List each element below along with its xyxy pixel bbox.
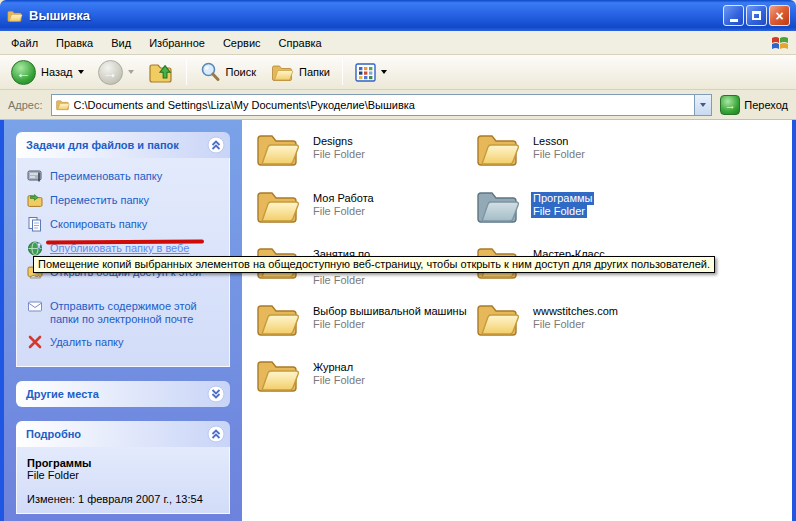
tooltip-text: Помещение копий выбранных элементов на о… <box>38 258 710 270</box>
forward-icon: → <box>98 60 123 85</box>
folder-item-wwwstitches[interactable]: wwwstitches.com File Folder <box>473 298 693 355</box>
title-bar: Вышивка × <box>0 0 796 31</box>
folder-type: File Folder <box>531 148 587 161</box>
other-places-header[interactable]: Другие места <box>16 381 230 407</box>
folders-label: Папки <box>299 66 330 78</box>
address-path: C:\Documents and Settings\Liza\My Docume… <box>74 99 695 111</box>
window-folder-icon <box>6 8 23 23</box>
folder-item-vybor-mashiny[interactable]: Выбор вышивальной машины File Folder <box>253 298 473 355</box>
forward-button[interactable]: → <box>93 58 139 87</box>
task-rename-folder[interactable]: Переименовать папку <box>27 168 225 184</box>
folder-icon <box>253 185 301 225</box>
up-folder-icon <box>148 60 174 84</box>
menu-favorites[interactable]: Избранное <box>140 33 214 53</box>
details-body: Программы File Folder Изменен: 1 февраля… <box>16 447 230 514</box>
menu-file[interactable]: Файл <box>2 33 47 53</box>
folder-name: Lesson <box>531 135 570 148</box>
folder-type: File Folder <box>531 205 587 218</box>
views-icon <box>355 63 376 82</box>
task-label: Удалить папку <box>50 334 124 349</box>
folder-item-zhurnal[interactable]: Журнал File Folder <box>253 354 473 411</box>
window-title: Вышивка <box>29 8 90 23</box>
folders-button[interactable]: Папки <box>265 59 335 85</box>
other-places-title: Другие места <box>26 388 99 400</box>
chevron-up-icon[interactable] <box>207 136 225 154</box>
views-button[interactable] <box>350 61 392 84</box>
menu-tools[interactable]: Сервис <box>214 33 270 53</box>
task-delete-folder[interactable]: Удалить папку <box>27 334 225 350</box>
menu-help[interactable]: Справка <box>270 33 331 53</box>
move-icon <box>27 192 43 208</box>
task-label: Переименовать папку <box>50 168 162 183</box>
go-arrow-icon: → <box>720 95 740 115</box>
task-label: Скопировать папку <box>50 216 147 231</box>
address-bar: Адрес: C:\Documents and Settings\Liza\My… <box>0 90 796 120</box>
email-icon <box>27 298 43 314</box>
tooltip: Помещение копий выбранных элементов на о… <box>33 256 715 273</box>
other-places-panel: Другие места <box>16 381 230 407</box>
menu-edit[interactable]: Правка <box>47 33 102 53</box>
publish-web-icon <box>27 240 43 256</box>
search-icon <box>199 61 221 83</box>
details-item-modified: Изменен: 1 февраля 2007 г., 13:54 <box>27 493 225 505</box>
task-copy-folder[interactable]: Скопировать папку <box>27 216 225 232</box>
minimize-icon <box>730 19 738 22</box>
folder-type: File Folder <box>311 374 367 387</box>
maximize-button[interactable] <box>746 5 767 26</box>
search-label: Поиск <box>226 66 256 78</box>
up-button[interactable] <box>143 58 179 86</box>
delete-icon <box>27 334 43 350</box>
folder-item-designs[interactable]: Designs File Folder <box>253 128 473 185</box>
folders-icon <box>270 61 294 83</box>
views-dropdown-icon <box>381 70 387 74</box>
menu-bar: Файл Правка Вид Избранное Сервис Справка <box>0 31 796 55</box>
details-header[interactable]: Подробно <box>16 421 230 447</box>
folder-name: Моя Работа <box>311 192 376 205</box>
windows-logo-icon <box>770 34 790 52</box>
file-tasks-header[interactable]: Задачи для файлов и папок <box>16 132 230 158</box>
details-item-type: File Folder <box>27 469 225 481</box>
forward-dropdown-icon <box>128 70 134 74</box>
address-label: Адрес: <box>8 99 43 111</box>
close-icon: × <box>775 8 783 24</box>
folder-icon-selected <box>473 185 521 225</box>
minimize-button[interactable] <box>723 5 744 26</box>
address-dropdown-button[interactable] <box>694 95 711 115</box>
folder-type: File Folder <box>311 148 367 161</box>
chevron-up-icon[interactable] <box>207 425 225 443</box>
task-move-folder[interactable]: Переместить папку <box>27 192 225 208</box>
search-button[interactable]: Поиск <box>194 59 261 85</box>
back-dropdown-icon <box>78 70 84 74</box>
folder-item-lesson[interactable]: Lesson File Folder <box>473 128 693 185</box>
task-email-folder[interactable]: Отправить содержимое этой папки по элект… <box>27 298 225 326</box>
folder-type: File Folder <box>311 318 367 331</box>
folder-item-moya-rabota[interactable]: Моя Работа File Folder <box>253 185 473 242</box>
go-label: Переход <box>744 99 788 111</box>
folder-view: Designs File Folder Моя Работа File Fold… <box>242 120 792 521</box>
folder-name: Выбор вышивальной машины <box>311 305 469 318</box>
details-panel: Подробно Программы File Folder Изменен: … <box>16 421 230 514</box>
task-pane-sidebar: Задачи для файлов и папок Переименовать … <box>4 120 242 521</box>
close-button[interactable]: × <box>769 5 790 26</box>
address-input[interactable]: C:\Documents and Settings\Liza\My Docume… <box>51 94 713 116</box>
folder-type: File Folder <box>311 274 367 287</box>
folder-icon <box>473 128 521 168</box>
copy-icon <box>27 216 43 232</box>
window-border-right <box>792 120 796 521</box>
address-folder-icon <box>55 98 70 111</box>
folder-name: wwwstitches.com <box>531 305 620 318</box>
folder-name: Программы <box>531 192 594 205</box>
folder-icon <box>473 298 521 338</box>
back-button[interactable]: ← Назад <box>6 58 89 87</box>
explorer-window: Вышивка × Файл Правка Вид Избранное Серв… <box>0 0 796 521</box>
toolbar-separator <box>342 59 343 85</box>
rename-icon <box>27 168 43 184</box>
chevron-down-icon[interactable] <box>207 385 225 403</box>
file-tasks-title: Задачи для файлов и папок <box>26 139 179 151</box>
folder-name: Журнал <box>311 361 355 374</box>
go-button[interactable]: → Переход <box>720 95 788 115</box>
folder-name: Designs <box>311 135 355 148</box>
menu-view[interactable]: Вид <box>102 33 140 53</box>
folder-icon <box>253 128 301 168</box>
folder-item-programmy-selected[interactable]: Программы File Folder <box>473 185 693 242</box>
